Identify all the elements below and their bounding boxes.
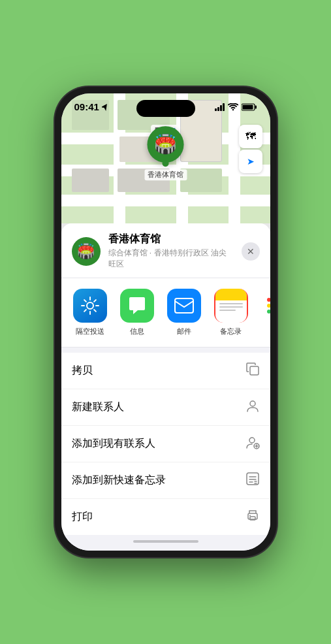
battery-icon	[242, 103, 257, 111]
copy-icon	[245, 362, 260, 379]
notes-icon	[215, 289, 247, 323]
action-add-contact-label: 添加到现有联系人	[72, 437, 155, 451]
action-new-contact[interactable]: 新建联系人	[61, 389, 270, 426]
dynamic-island	[136, 100, 195, 117]
svg-rect-5	[250, 366, 259, 375]
svg-rect-9	[247, 473, 259, 485]
venue-icon: 🏟️	[72, 237, 101, 266]
airdrop-label: 隔空投送	[76, 327, 104, 336]
action-print[interactable]: 打印	[61, 499, 270, 535]
messages-icon	[120, 289, 154, 323]
action-new-contact-label: 新建联系人	[72, 400, 124, 414]
more-dots-icon	[257, 289, 270, 323]
venue-name: 香港体育馆	[108, 233, 234, 246]
share-more[interactable]	[257, 289, 270, 336]
home-bar	[133, 540, 198, 543]
action-quick-note[interactable]: 添加到新快速备忘录	[61, 462, 270, 499]
svg-rect-11	[250, 517, 255, 520]
action-quick-note-label: 添加到新快速备忘录	[72, 474, 166, 487]
status-time: 09:41	[74, 101, 99, 112]
print-icon	[245, 508, 260, 526]
svg-point-7	[249, 438, 255, 443]
add-contact-icon	[245, 435, 260, 453]
share-messages[interactable]: 信息	[116, 289, 158, 336]
phone-frame: 09:41	[55, 87, 277, 557]
notes-icon-wrapper	[214, 289, 248, 323]
airdrop-icon	[73, 289, 107, 323]
action-list: 拷贝 新建联系人	[61, 353, 270, 535]
wifi-icon	[228, 103, 238, 111]
share-notes[interactable]: 备忘录	[210, 289, 252, 336]
svg-point-12	[249, 515, 251, 517]
share-airdrop[interactable]: 隔空投送	[69, 289, 111, 336]
signal-icon	[215, 103, 225, 111]
new-contact-icon	[245, 398, 260, 416]
pin-label: 香港体育馆	[144, 169, 187, 180]
messages-label: 信息	[130, 327, 144, 336]
action-copy[interactable]: 拷贝	[61, 353, 270, 389]
sheet-header: 🏟️ 香港体育馆 综合体育馆 · 香港特别行政区 油尖旺区 ✕	[61, 223, 270, 278]
svg-rect-4	[175, 298, 193, 313]
mail-label: 邮件	[177, 327, 191, 336]
quick-note-icon	[245, 472, 260, 489]
share-mail[interactable]: 邮件	[163, 289, 205, 336]
map-controls: 🗺 ➤	[239, 125, 262, 173]
venue-subtitle: 综合体育馆 · 香港特别行政区 油尖旺区	[108, 248, 234, 270]
share-apps-row: 隔空投送 信息	[61, 278, 270, 347]
status-icons	[215, 103, 257, 111]
svg-rect-2	[242, 105, 253, 109]
action-print-label: 打印	[72, 510, 93, 524]
svg-point-6	[250, 401, 255, 406]
mail-icon	[167, 289, 201, 323]
bottom-sheet: 🏟️ 香港体育馆 综合体育馆 · 香港特别行政区 油尖旺区 ✕	[61, 223, 270, 551]
action-add-contact[interactable]: 添加到现有联系人	[61, 426, 270, 462]
location-button[interactable]: ➤	[239, 150, 262, 173]
location-arrow-icon	[102, 103, 108, 111]
pin-icon: 🏟️	[148, 126, 184, 163]
home-indicator	[61, 535, 270, 551]
phone-screen: 09:41	[61, 93, 270, 551]
close-button[interactable]: ✕	[242, 242, 260, 261]
action-copy-label: 拷贝	[72, 364, 93, 378]
notes-label: 备忘录	[220, 327, 242, 336]
map-type-button[interactable]: 🗺	[239, 125, 262, 148]
svg-rect-1	[255, 105, 257, 108]
stadium-pin: 🏟️ 香港体育馆	[144, 126, 187, 180]
venue-info: 香港体育馆 综合体育馆 · 香港特别行政区 油尖旺区	[108, 233, 234, 270]
svg-point-3	[87, 302, 93, 309]
